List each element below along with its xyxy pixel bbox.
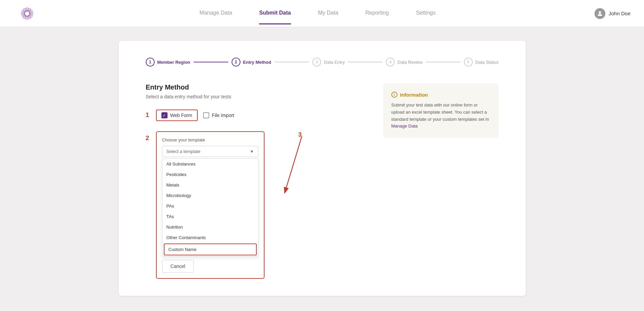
annotation-arrow <box>271 131 326 199</box>
step-1-label: Member Region <box>157 60 191 65</box>
header: Manage Data Submit Data My Data Reportin… <box>0 0 644 27</box>
step-5-circle: 5 <box>464 58 473 66</box>
annotation-3-area: 3 <box>271 131 339 199</box>
manage-data-link[interactable]: Manage Data <box>391 123 418 129</box>
user-area[interactable]: John Doe <box>594 8 630 19</box>
annotation-2: 2 <box>146 135 149 142</box>
step-2-circle: 2 <box>232 58 240 66</box>
step-line-4 <box>426 62 461 62</box>
nav-my-data[interactable]: My Data <box>318 10 338 17</box>
step-entry-method: 2 Entry Method <box>232 58 271 66</box>
info-text-part1: Submit your test data with our online fo… <box>391 102 489 122</box>
step-member-region: 1 Member Region <box>146 58 191 66</box>
step-line-3 <box>348 62 383 62</box>
option-tas[interactable]: TAs <box>162 211 258 222</box>
info-title: i Information <box>391 92 490 98</box>
step-1-circle: 1 <box>146 58 155 66</box>
nav-manage-data[interactable]: Manage Data <box>199 10 232 17</box>
svg-point-6 <box>599 11 601 14</box>
logo <box>14 5 41 22</box>
chevron-down-icon: ▼ <box>250 149 254 154</box>
web-form-check-icon: ✓ <box>161 112 168 118</box>
step-data-review: 4 Data Review <box>386 58 423 66</box>
cancel-button[interactable]: Cancel <box>162 260 194 273</box>
entry-method-subtitle: Select a data entry method for your test… <box>146 94 370 99</box>
info-title-text: Information <box>400 92 428 98</box>
file-import-checkbox[interactable]: File Import <box>203 112 234 118</box>
template-box-title: Choose your template <box>162 137 258 142</box>
information-panel: i Information Submit your test data with… <box>383 83 499 138</box>
template-placeholder: Select a template <box>167 149 200 154</box>
main-nav: Manage Data Submit Data My Data Reportin… <box>41 10 594 17</box>
main-content: 1 Member Region 2 Entry Method 3 Data En… <box>0 27 644 309</box>
option-other-contaminants[interactable]: Other Contaminants <box>162 232 258 243</box>
step-3-circle: 3 <box>312 58 321 66</box>
left-column: Entry Method Select a data entry method … <box>146 83 370 279</box>
web-form-checkbox[interactable]: ✓ Web Form <box>156 110 198 121</box>
step-line-2 <box>275 62 309 62</box>
option-pesticides[interactable]: Pesticides <box>162 169 258 180</box>
user-name: John Doe <box>609 11 630 16</box>
svg-line-8 <box>285 136 302 192</box>
step-data-status: 5 Data Status <box>464 58 499 66</box>
steps-breadcrumb: 1 Member Region 2 Entry Method 3 Data En… <box>146 58 499 66</box>
info-text: Submit your test data with our online fo… <box>391 102 490 130</box>
web-form-label: Web Form <box>170 113 192 118</box>
template-chooser: Choose your template Select a template ▼… <box>156 131 265 279</box>
step-5-label: Data Status <box>475 60 499 65</box>
option-nutrition[interactable]: Nutrition <box>162 222 258 232</box>
step-2-label: Entry Method <box>243 60 271 65</box>
option-custom-name[interactable]: Custom Name <box>164 244 257 255</box>
option-metals[interactable]: Metals <box>162 180 258 190</box>
card: 1 Member Region 2 Entry Method 3 Data En… <box>119 41 526 296</box>
step-4-label: Data Review <box>397 60 423 65</box>
entry-method-options: ✓ Web Form File Import <box>156 110 234 121</box>
nav-submit-data[interactable]: Submit Data <box>259 10 291 24</box>
step-data-entry: 3 Data Entry <box>312 58 345 66</box>
info-icon: i <box>391 92 397 98</box>
content-area: Entry Method Select a data entry method … <box>146 83 499 279</box>
step-line-1 <box>194 62 228 62</box>
template-dropdown: All Substances Pesticides Metals Microbi… <box>162 158 258 256</box>
step-3-label: Data Entry <box>324 60 345 65</box>
file-import-check-icon <box>203 112 209 118</box>
avatar <box>594 8 605 19</box>
nav-settings[interactable]: Settings <box>416 10 436 17</box>
template-select-button[interactable]: Select a template ▼ <box>162 146 258 157</box>
file-import-label: File Import <box>212 113 234 118</box>
entry-method-title: Entry Method <box>146 83 370 91</box>
annotation-1: 1 <box>146 112 149 119</box>
option-microbiology[interactable]: Microbiology <box>162 190 258 201</box>
step-4-circle: 4 <box>386 58 395 66</box>
option-all-substances[interactable]: All Substances <box>162 159 258 169</box>
footer: © 2021 Privacy Policy <box>0 309 644 311</box>
nav-reporting[interactable]: Reporting <box>365 10 389 17</box>
option-pas[interactable]: PAs <box>162 201 258 211</box>
